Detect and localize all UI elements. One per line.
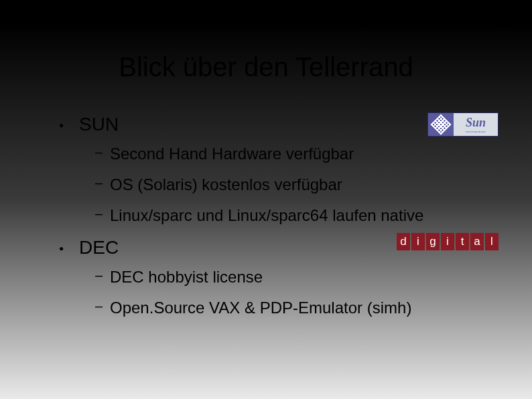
sub-bullet-item: DEC hobbyist license [95,268,498,287]
bullet-item-dec: DEC DEC hobbyist license Open.Source VAX… [59,237,498,317]
bullet-label: SUN [79,114,498,135]
bullet-list: SUN Second Hand Hardware verfügbar OS (S… [59,114,498,317]
bullet-label: DEC [79,237,498,258]
sub-bullet-list: Second Hand Hardware verfügbar OS (Solar… [79,145,498,225]
slide-title: Blick über den Tellerrand [0,52,532,82]
sub-bullet-item: Second Hand Hardware verfügbar [95,145,498,163]
sub-bullet-item: OS (Solaris) kostenlos verfügbar [95,175,498,194]
sub-bullet-item: Open.Source VAX & PDP-Emulator (simh) [95,299,498,317]
sub-bullet-list: DEC hobbyist license Open.Source VAX & P… [79,268,498,317]
slide: Blick über den Tellerrand Sun microsyste… [0,0,532,399]
bullet-item-sun: SUN Second Hand Hardware verfügbar OS (S… [59,114,498,225]
sub-bullet-item: Linux/sparc und Linux/sparc64 laufen nat… [95,206,498,225]
slide-content: SUN Second Hand Hardware verfügbar OS (S… [59,112,498,329]
